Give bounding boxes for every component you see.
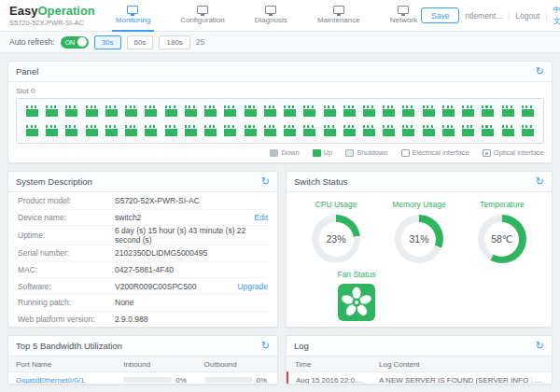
app-logo: EasyOperation	[9, 5, 95, 18]
port-name-link[interactable]: GigabitEthernet0/0/1	[16, 376, 84, 385]
port-icon[interactable]	[303, 105, 315, 117]
gauges-row: CPU Usage 23% Memory Usage 31% Temperatu…	[296, 200, 542, 263]
save-button[interactable]: Save	[421, 7, 459, 23]
system-title: System Description	[16, 176, 92, 187]
interval-180s-button[interactable]: 180s	[159, 35, 189, 49]
port-icon[interactable]	[105, 105, 118, 117]
port-icon[interactable]	[363, 105, 375, 117]
memory-usage-gauge: Memory Usage 31%	[392, 200, 446, 263]
row-running-patch: Running patch: None	[18, 295, 268, 312]
port-icon[interactable]	[46, 125, 58, 136]
port-icon[interactable]	[502, 105, 514, 117]
port-icon[interactable]	[402, 125, 414, 136]
language-link[interactable]: 中文	[553, 5, 560, 27]
port-icon[interactable]	[402, 105, 414, 117]
port-icon[interactable]	[383, 125, 395, 136]
gauge-value: 58℃	[484, 222, 519, 257]
port-icon[interactable]	[383, 105, 395, 117]
divider: |	[545, 11, 547, 21]
port-icon[interactable]	[264, 125, 276, 136]
interval-60s-button[interactable]: 60s	[127, 35, 154, 49]
port-icon[interactable]	[165, 125, 177, 136]
port-icon[interactable]	[86, 105, 98, 117]
port-icon[interactable]	[245, 125, 257, 136]
port-icon[interactable]	[442, 105, 455, 117]
upgrade-link[interactable]: Upgrade	[237, 282, 268, 291]
status-body: CPU Usage 23% Memory Usage 31% Temperatu…	[287, 192, 552, 326]
port-icon[interactable]	[423, 125, 435, 136]
port-icon[interactable]	[65, 125, 77, 136]
port-icon[interactable]	[105, 125, 118, 136]
port-icon[interactable]	[363, 125, 375, 136]
port-icon[interactable]	[26, 105, 38, 117]
refresh-icon[interactable]: ↻	[536, 66, 544, 77]
port-icon[interactable]	[324, 125, 336, 136]
port-icon[interactable]	[224, 105, 236, 117]
port-icon[interactable]	[423, 105, 435, 117]
cpu-usage-gauge: CPU Usage 23%	[312, 200, 360, 263]
port-icon[interactable]	[46, 105, 58, 117]
temperature-gauge: Temperature 58℃	[478, 200, 526, 263]
field-label: MAC:	[18, 265, 115, 274]
interval-30s-button[interactable]: 30s	[94, 35, 121, 49]
port-icon[interactable]	[324, 105, 336, 117]
port-icon[interactable]	[185, 125, 197, 136]
port-icon[interactable]	[224, 125, 236, 136]
nav-tab-network[interactable]: Network	[386, 0, 421, 32]
auto-refresh-toggle[interactable]: ON	[61, 36, 89, 49]
nav-tab-monitoring[interactable]: Monitoring	[112, 0, 154, 32]
nav-tab-configuration[interactable]: Configuration	[176, 0, 229, 32]
port-icon[interactable]	[125, 105, 137, 117]
port-icon[interactable]	[442, 125, 455, 136]
network-icon	[398, 6, 409, 14]
port-icon[interactable]	[145, 105, 157, 117]
port-icon[interactable]	[522, 105, 534, 117]
legend-electrical: Electrical interface	[401, 148, 469, 157]
legend-shutdown: Shutdown	[345, 148, 387, 157]
field-label: Web platform version:	[18, 315, 115, 324]
log-card: Log ↻ Time Log Content Aug 15 2016 22:01…	[286, 335, 553, 385]
port-icon[interactable]	[145, 125, 157, 136]
port-icon[interactable]	[284, 105, 296, 117]
port-icon[interactable]	[303, 125, 315, 136]
port-icon[interactable]	[204, 125, 217, 136]
port-icon[interactable]	[65, 105, 77, 117]
port-icon[interactable]	[462, 105, 474, 117]
port-icon[interactable]	[26, 125, 38, 136]
port-icon[interactable]	[264, 105, 276, 117]
nav-tab-diagnosis[interactable]: Diagnosis	[251, 0, 291, 32]
port-icon[interactable]	[522, 125, 534, 136]
port-icon[interactable]	[125, 125, 137, 136]
row-serial-number: Serial number: 2102350DLIDMG5000495	[18, 245, 268, 262]
port-icon[interactable]	[245, 105, 257, 117]
nav-label: Maintenance	[317, 16, 360, 24]
port-icon[interactable]	[502, 125, 514, 136]
port-icon[interactable]	[165, 105, 177, 117]
port-icon[interactable]	[343, 125, 356, 136]
legend-label: Shutdown	[357, 148, 387, 157]
bottom-row: Top 5 Bandwidth Utilization ↻ Port Name …	[7, 335, 553, 385]
system-card-header: System Description ↻	[8, 172, 277, 192]
fan-icon	[337, 283, 376, 322]
refresh-icon[interactable]: ↻	[261, 176, 270, 187]
port-icon[interactable]	[86, 125, 98, 136]
refresh-icon[interactable]: ↻	[536, 176, 544, 187]
system-rows: Product model: S5720-52X-PWR-SI-AC Devic…	[8, 192, 277, 328]
user-label[interactable]: ntlement...	[465, 11, 502, 21]
log-time: Aug 15 2016 22:01:31	[287, 372, 371, 385]
edit-link[interactable]: Edit	[254, 213, 268, 222]
fan-status-block: Fan Status	[324, 270, 389, 322]
port-icon[interactable]	[185, 105, 197, 117]
logout-link[interactable]: Logout	[515, 11, 539, 21]
nav-tab-maintenance[interactable]: Maintenance	[314, 0, 364, 32]
port-icon[interactable]	[482, 125, 494, 136]
port-icon[interactable]	[204, 105, 217, 117]
refresh-icon[interactable]: ↻	[261, 341, 270, 351]
auto-refresh-label: Auto refresh:	[9, 37, 55, 47]
refresh-icon[interactable]: ↻	[536, 341, 544, 351]
port-icon[interactable]	[284, 125, 296, 136]
port-icon[interactable]	[343, 105, 356, 117]
panel-card: Panel ↻ Slot 0 Down Up Shutdown	[7, 61, 553, 163]
port-icon[interactable]	[482, 105, 494, 117]
port-icon[interactable]	[462, 125, 474, 136]
